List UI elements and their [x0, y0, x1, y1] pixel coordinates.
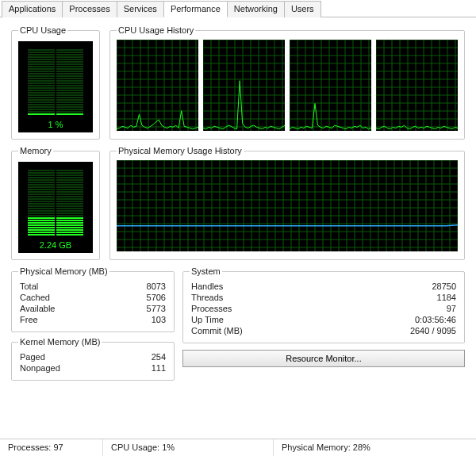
sys-uptime-label: Up Time [191, 315, 224, 324]
cpu-usage-title: CPU Usage [18, 25, 67, 35]
resource-monitor-button[interactable]: Resource Monitor... [182, 350, 465, 367]
tab-performance[interactable]: Performance [163, 1, 228, 17]
cpu-history-core4 [376, 40, 458, 131]
tab-processes[interactable]: Processes [62, 1, 117, 17]
physical-memory-legend: Physical Memory (MB) [18, 266, 109, 276]
memory-gauge: 2.24 GB [18, 162, 93, 253]
km-nonpaged-value: 111 [152, 363, 166, 373]
memory-history-group: Physical Memory Usage History [109, 146, 465, 260]
kernel-memory-legend: Kernel Memory (MB) [18, 337, 102, 347]
sys-handles-label: Handles [191, 282, 223, 291]
km-paged-label: Paged [20, 352, 45, 362]
pm-available-value: 5773 [147, 304, 166, 313]
cpu-usage-group: CPU Usage 1 % [11, 25, 100, 140]
status-cpu: CPU Usage: 1% [103, 439, 274, 456]
tab-services[interactable]: Services [117, 1, 164, 17]
sys-commit-label: Commit (MB) [191, 326, 243, 335]
tab-users[interactable]: Users [284, 1, 321, 17]
memory-title: Memory [18, 146, 53, 155]
pm-free-value: 103 [152, 315, 166, 324]
performance-panel: CPU Usage 1 % CPU Usage History Memory 2… [0, 17, 476, 385]
cpu-history-group: CPU Usage History [109, 25, 465, 140]
status-bar: Processes: 97 CPU Usage: 1% Physical Mem… [0, 439, 476, 456]
tab-bar: Applications Processes Services Performa… [0, 0, 476, 17]
memory-gauge-value: 2.24 GB [18, 240, 93, 250]
cpu-gauge: 1 % [18, 41, 93, 132]
km-nonpaged-label: Nonpaged [20, 363, 60, 373]
tab-networking[interactable]: Networking [227, 1, 285, 17]
cpu-history-core1 [117, 40, 198, 131]
pm-total-value: 8073 [147, 282, 166, 291]
pm-cached-label: Cached [20, 293, 50, 302]
km-paged-value: 254 [152, 352, 166, 362]
system-legend: System [190, 266, 222, 276]
memory-history-chart [117, 160, 458, 251]
status-processes: Processes: 97 [0, 439, 103, 456]
tab-applications[interactable]: Applications [2, 1, 63, 17]
cpu-history-title: CPU Usage History [117, 25, 195, 35]
physical-memory-group: Physical Memory (MB) Total8073 Cached570… [11, 266, 175, 332]
status-memory: Physical Memory: 28% [274, 439, 476, 456]
sys-handles-value: 28750 [432, 282, 456, 291]
sys-commit-value: 2640 / 9095 [410, 326, 456, 335]
sys-uptime-value: 0:03:56:46 [415, 315, 456, 324]
memory-history-title: Physical Memory Usage History [117, 146, 244, 155]
system-group: System Handles28750 Threads1184 Processe… [182, 266, 465, 343]
cpu-gauge-value: 1 % [18, 120, 93, 129]
pm-total-label: Total [20, 282, 38, 291]
sys-threads-label: Threads [191, 293, 223, 302]
pm-cached-value: 5706 [147, 293, 166, 302]
cpu-history-core2 [203, 40, 285, 131]
sys-processes-value: 97 [447, 304, 456, 313]
kernel-memory-group: Kernel Memory (MB) Paged254 Nonpaged111 [11, 337, 175, 381]
sys-processes-label: Processes [191, 304, 232, 313]
cpu-history-core3 [290, 40, 371, 131]
memory-group: Memory 2.24 GB [11, 146, 100, 260]
sys-threads-value: 1184 [437, 293, 456, 302]
pm-available-label: Available [20, 304, 55, 313]
pm-free-label: Free [20, 315, 38, 324]
